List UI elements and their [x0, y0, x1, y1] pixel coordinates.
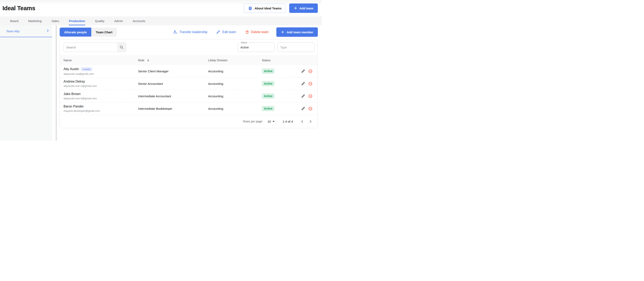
sort-down-icon [146, 59, 150, 62]
sidebar-gap [52, 25, 56, 141]
member-role: Senior Client Manager [138, 70, 208, 73]
member-name-cell: Jake Brown abyaustin.wa+4@gmail.com [60, 92, 138, 100]
sidebar-item-team-aby[interactable]: Team Aby [0, 25, 52, 37]
type-select[interactable]: Type [278, 43, 314, 52]
person-check-icon [173, 30, 178, 34]
content-area: Team Aby Allocate people Team Chart [0, 25, 322, 141]
remove-member-button[interactable] [308, 82, 312, 86]
minus-circle-icon [308, 94, 312, 98]
pager-controls [301, 120, 312, 123]
tab-bar: Board Marketing Sales Production Quality… [0, 16, 322, 25]
member-email: mayank.developer@gmail.com [64, 109, 138, 112]
search-box [63, 43, 126, 52]
plus-icon [294, 6, 298, 10]
transfer-leadership-button[interactable]: Transfer leadership [173, 30, 207, 34]
delete-team-button[interactable]: Delete team [245, 30, 268, 34]
team-actions-row: Allocate people Team Chart Transfer lead… [60, 28, 318, 37]
main-panel: Allocate people Team Chart Transfer lead… [56, 25, 322, 141]
member-division: Accounting [208, 82, 262, 85]
tab-accounts[interactable]: Accounts [129, 16, 149, 25]
trash-icon [245, 30, 249, 34]
clipboard-icon [248, 6, 252, 11]
tab-production[interactable]: Production [65, 16, 89, 25]
edit-member-button[interactable] [301, 107, 305, 111]
search-input[interactable] [63, 43, 126, 52]
team-chart-button[interactable]: Team Chart [91, 28, 117, 37]
remove-member-button[interactable] [308, 107, 312, 111]
pencil-icon [216, 30, 220, 34]
leader-badge: Leader [81, 67, 92, 71]
status-badge: Active [262, 81, 274, 86]
rows-per-page-label: Rows per page: [243, 120, 263, 123]
member-name: Aby Austin [64, 67, 79, 71]
minus-circle-icon [308, 107, 312, 111]
rows-per-page-value: 10 [267, 120, 271, 123]
delete-team-label: Delete team [251, 30, 268, 34]
add-team-member-button[interactable]: Add team member [276, 27, 318, 37]
member-status-cell: Active [262, 106, 298, 111]
plus-icon [281, 30, 284, 34]
about-ideal-teams-label: About Ideal Teams [254, 7, 282, 10]
edit-member-button[interactable] [301, 69, 305, 73]
member-email: abyaustin.wa@gmail.com [64, 72, 138, 75]
previous-page-button[interactable] [301, 120, 304, 123]
status-select-value: Active [240, 46, 249, 49]
column-header-role[interactable]: Role [138, 59, 208, 62]
next-page-button[interactable] [309, 120, 312, 123]
member-name-cell: Baron Pander mayank.developer@gmail.com [60, 105, 138, 112]
chevron-right-icon [46, 29, 49, 33]
add-team-label: Add team [300, 7, 313, 10]
add-team-member-label: Add team member [286, 31, 313, 34]
status-badge: Active [262, 69, 274, 74]
tab-marketing[interactable]: Marketing [24, 16, 45, 25]
allocate-people-button[interactable]: Allocate people [60, 28, 91, 37]
member-name: Jake Brown [64, 92, 81, 96]
edit-team-button[interactable]: Edit team [216, 30, 236, 34]
tab-board[interactable]: Board [6, 16, 22, 25]
member-name: Andrew Delray [64, 80, 85, 83]
caret-down-icon [272, 121, 275, 122]
tab-quality[interactable]: Quality [91, 16, 108, 25]
pagination-bar: Rows per page: 10 1-4 of 4 [60, 115, 318, 128]
column-header-name[interactable]: Name [60, 59, 138, 62]
edit-member-button[interactable] [301, 94, 305, 98]
table-header: Name Role Likely Division Status [60, 55, 318, 65]
member-division: Accounting [208, 107, 262, 110]
status-badge: Active [262, 93, 274, 99]
minus-circle-icon [308, 69, 312, 73]
tab-sales[interactable]: Sales [48, 16, 63, 25]
topbar-actions: About Ideal Teams Add team [244, 4, 318, 13]
status-select[interactable]: Status Active [238, 43, 274, 52]
chevron-left-icon [301, 120, 304, 123]
remove-member-button[interactable] [308, 69, 312, 73]
remove-member-button[interactable] [308, 94, 312, 98]
team-link-actions: Transfer leadership Edit team Delete tea… [173, 27, 318, 37]
chevron-right-icon [309, 120, 312, 123]
app-root: Ideal Teams About Ideal Teams Add team B… [0, 0, 322, 141]
pencil-icon [301, 94, 305, 98]
table-row: Jake Brown abyaustin.wa+4@gmail.com Inte… [60, 90, 318, 102]
add-team-button[interactable]: Add team [289, 4, 318, 13]
about-ideal-teams-button[interactable]: About Ideal Teams [244, 4, 286, 13]
table-row: Andrew Delray abyaustin.wa+1@gmail.com S… [60, 78, 318, 90]
column-header-role-label: Role [138, 59, 144, 62]
member-status-cell: Active [262, 69, 298, 74]
pencil-icon [301, 69, 305, 73]
member-role: Senior Accountant [138, 82, 208, 85]
pagination-range: 1-4 of 4 [282, 120, 293, 123]
sidebar-item-label: Team Aby [6, 30, 20, 33]
column-header-status[interactable]: Status [262, 59, 298, 62]
table-row: Baron Pander mayank.developer@gmail.com … [60, 102, 318, 115]
tab-admin[interactable]: Admin [110, 16, 127, 25]
filters-row: Status Active Type [60, 39, 318, 55]
search-icon [119, 45, 124, 50]
transfer-leadership-label: Transfer leadership [179, 30, 207, 34]
member-status-cell: Active [262, 81, 298, 86]
page-title: Ideal Teams [2, 5, 35, 12]
table-body: Aby Austin Leader abyaustin.wa@gmail.com… [60, 65, 318, 115]
search-button[interactable] [117, 43, 126, 52]
rows-per-page-select[interactable]: 10 [267, 120, 275, 123]
column-header-division[interactable]: Likely Division [208, 59, 262, 62]
edit-member-button[interactable] [301, 82, 305, 86]
row-actions [298, 82, 318, 86]
